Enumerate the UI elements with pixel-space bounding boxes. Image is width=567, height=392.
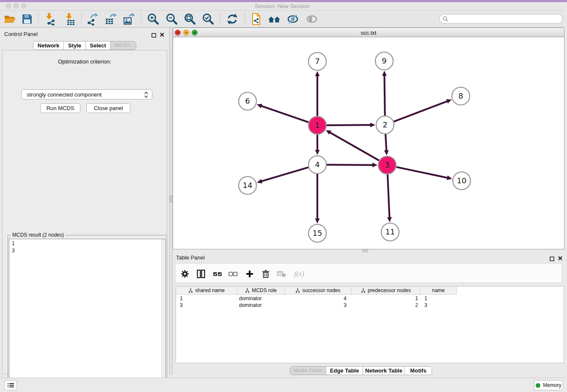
column-header-successor-nodes[interactable]: successor nodes: [285, 287, 352, 295]
show-panels-button[interactable]: [4, 380, 17, 390]
export-network-icon[interactable]: [85, 12, 100, 26]
zoom-fit-icon[interactable]: [182, 12, 198, 26]
export-table-icon[interactable]: [103, 12, 118, 26]
tab-motifs[interactable]: Motifs: [405, 367, 432, 375]
graph-edge-3-1[interactable]: [330, 132, 379, 160]
column-header-name[interactable]: name: [421, 287, 457, 295]
add-column-icon[interactable]: [245, 269, 255, 279]
float-table-panel-icon[interactable]: [550, 255, 554, 263]
graph-edge-3-11[interactable]: [388, 174, 390, 218]
toolbar-separator: [141, 12, 141, 25]
close-panel-button[interactable]: Close panel: [86, 103, 130, 113]
mcds-result-textarea[interactable]: 1 3: [9, 239, 166, 391]
first-neighbors-icon[interactable]: [267, 12, 282, 26]
toolbar-separator: [220, 12, 220, 25]
graph-node-label-10: 10: [457, 176, 467, 185]
graph-node-label-4: 4: [315, 160, 319, 169]
network-canvas[interactable]: 1234678910111415: [173, 37, 564, 249]
panel-splitter[interactable]: [169, 28, 173, 375]
import-network-icon[interactable]: [42, 12, 58, 26]
tab-node-table[interactable]: Node Table: [290, 367, 326, 375]
graph-edge-1-6[interactable]: [261, 106, 308, 122]
search-field[interactable]: [439, 14, 563, 24]
graph-node-label-15: 15: [313, 229, 322, 237]
network-hscroll-thumb[interactable]: [362, 249, 368, 252]
search-input[interactable]: [450, 16, 562, 22]
run-mcds-button[interactable]: Run MCDS: [40, 103, 80, 113]
show-all-icon[interactable]: [304, 12, 319, 26]
apply-layout-icon[interactable]: [225, 12, 240, 26]
tab-edge-table[interactable]: Edge Table: [326, 367, 363, 375]
memory-button[interactable]: Memory: [534, 380, 563, 390]
graph-edge-1-2[interactable]: [327, 125, 371, 125]
splitter-handle[interactable]: [170, 196, 172, 202]
graph-node-label-2: 2: [383, 120, 387, 129]
float-panel-icon[interactable]: [151, 32, 156, 39]
column-header-shared-name[interactable]: shared name: [176, 287, 237, 295]
graph-edge-arrow-3-10: [447, 175, 452, 180]
zoom-in-icon[interactable]: [146, 12, 161, 26]
mcds-result-title: MCDS result (2 nodes): [11, 232, 66, 238]
table-panel-title: Table Panel: [176, 254, 205, 261]
tab-style[interactable]: Style: [64, 41, 86, 50]
graph-node-label-14: 14: [243, 181, 253, 190]
delete-row-icon[interactable]: [261, 269, 271, 279]
graph-edge-arrow-1-6: [257, 104, 262, 108]
show-column-panel-icon[interactable]: [196, 269, 206, 279]
result-scrollbar[interactable]: [161, 239, 165, 390]
tree-icon: [361, 288, 366, 293]
graph-edge-2-8[interactable]: [394, 101, 448, 121]
graph-canvas[interactable]: 1234678910111415: [173, 37, 564, 248]
save-session-icon[interactable]: [19, 12, 35, 26]
function-builder-icon[interactable]: f(x): [292, 269, 306, 279]
graph-node-label-9: 9: [382, 56, 386, 65]
main-toolbar: [0, 10, 564, 28]
graph-node-label-11: 11: [385, 227, 395, 236]
graph-edge-4-3[interactable]: [327, 165, 373, 165]
graph-edge-2-3[interactable]: [385, 134, 386, 151]
table-header-row: shared name MCDS role successor nodes pr…: [176, 287, 457, 295]
graph-edge-arrow-3-11: [387, 217, 392, 222]
search-icon: [443, 16, 448, 22]
table-options-icon[interactable]: [180, 269, 190, 279]
graph-edge-arrow-1-2: [370, 123, 375, 127]
deselect-all-rows-icon[interactable]: [228, 269, 238, 279]
table-panel: Table Panel: [173, 253, 564, 376]
column-header-mcds-role[interactable]: MCDS role: [237, 287, 285, 295]
mcds-panel-body: Optimization criterion: strongly connect…: [2, 50, 167, 374]
fx-label: f(x): [294, 270, 304, 278]
import-table-icon[interactable]: [62, 12, 77, 26]
export-image-icon[interactable]: [121, 12, 137, 26]
graph-edge-4-14[interactable]: [261, 167, 308, 181]
tree-icon: [295, 288, 300, 293]
graph-node-label-6: 6: [245, 97, 250, 105]
optimization-criterion-label: Optimization criterion:: [3, 58, 167, 65]
session-title: Session: New Session: [0, 3, 564, 9]
optimization-criterion-select[interactable]: strongly connected component: [21, 89, 152, 99]
tab-select[interactable]: Select: [86, 41, 110, 50]
graph-node-label-7: 7: [315, 57, 319, 66]
column-header-predecessor-nodes[interactable]: predecessor nodes: [352, 287, 421, 295]
graph-edge-arrow-2-3: [384, 150, 389, 155]
tree-icon: [245, 288, 250, 293]
table-panel-tabs: Node Table Edge Table Network Table Moti…: [290, 366, 432, 375]
zoom-selected-icon[interactable]: [201, 12, 216, 26]
graph-edge-3-10[interactable]: [396, 167, 448, 178]
tab-mcds[interactable]: MCDS: [110, 41, 136, 50]
close-table-panel-icon[interactable]: [558, 255, 563, 262]
hide-selected-icon[interactable]: [285, 12, 300, 26]
table-row[interactable]: 1 dominator 4 1 1: [176, 295, 457, 302]
delete-column-icon[interactable]: [276, 269, 286, 279]
memory-status-icon: [536, 383, 540, 388]
tab-network-table[interactable]: Network Table: [363, 367, 405, 375]
tab-network[interactable]: Network: [33, 41, 64, 50]
zoom-out-icon[interactable]: [164, 12, 179, 26]
select-all-rows-icon[interactable]: [212, 269, 223, 279]
table-row[interactable]: 3 dominator 3 2 3: [176, 302, 457, 309]
graph-edge-2-9[interactable]: [384, 75, 385, 116]
open-session-icon[interactable]: [2, 12, 17, 26]
network-window-titlebar[interactable]: scc.txt: [173, 28, 564, 37]
new-network-from-selection-icon[interactable]: [248, 12, 264, 26]
optimization-criterion-value: strongly connected component: [27, 91, 102, 98]
close-panel-icon[interactable]: [160, 31, 165, 39]
